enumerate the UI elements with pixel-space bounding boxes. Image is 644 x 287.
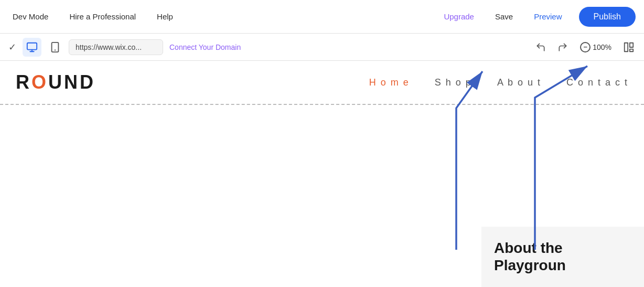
desktop-view-button[interactable] [23,38,41,57]
check-icon[interactable]: ✓ [6,39,18,55]
url-text: https://www.wix.co... [76,43,142,51]
site-navigation: ROUND H o m e S h o p A b o u t C o n t … [0,61,644,104]
menu-item-shop[interactable]: S h o p [435,77,472,88]
layout-icon [623,41,635,53]
url-bar[interactable]: https://www.wix.co... [69,39,163,55]
menu-item-contact[interactable]: C o n t a c t [566,77,628,88]
svg-rect-0 [27,42,37,49]
logo-highlight: O [31,71,48,93]
redo-button[interactable] [554,38,572,56]
menu-item-about[interactable]: A b o u t [497,77,541,88]
redo-icon [557,42,568,52]
desktop-icon [26,41,38,53]
site-preview: ROUND H o m e S h o p A b o u t C o n t … [0,61,644,287]
site-menu: H o m e S h o p A b o u t C o n t a c t [369,77,628,88]
editor-toolbar: ✓ https://www.wix.co... Connect Your Dom… [0,34,644,61]
site-logo: ROUND [16,71,369,93]
connect-domain-link[interactable]: Connect Your Domain [169,43,241,51]
undo-icon [535,42,546,52]
top-navigation: Dev Mode Hire a Professional Help Upgrad… [0,0,644,34]
dashed-separator [0,104,644,105]
mobile-view-button[interactable] [46,38,65,57]
publish-button[interactable]: Publish [579,7,636,27]
mobile-icon [49,41,61,53]
upgrade-link[interactable]: Upgrade [439,10,478,23]
svg-rect-5 [625,42,628,51]
svg-rect-7 [630,49,633,51]
editor-canvas: ROUND H o m e S h o p A b o u t C o n t … [0,61,644,287]
hire-professional-link[interactable]: Hire a Professional [65,10,140,23]
preview-button[interactable]: Preview [530,10,566,23]
about-section: About thePlaygroun [481,227,644,287]
layout-button[interactable] [620,38,638,56]
svg-rect-6 [630,42,633,47]
about-title: About thePlaygroun [494,239,631,274]
help-link[interactable]: Help [153,10,177,23]
dev-mode-link[interactable]: Dev Mode [8,10,52,23]
zoom-value: 100% [593,43,611,51]
zoom-control[interactable]: − 100% [576,40,616,55]
zoom-icon: − [580,42,591,52]
undo-button[interactable] [532,38,550,56]
save-button[interactable]: Save [491,10,517,23]
menu-item-home[interactable]: H o m e [369,77,410,88]
